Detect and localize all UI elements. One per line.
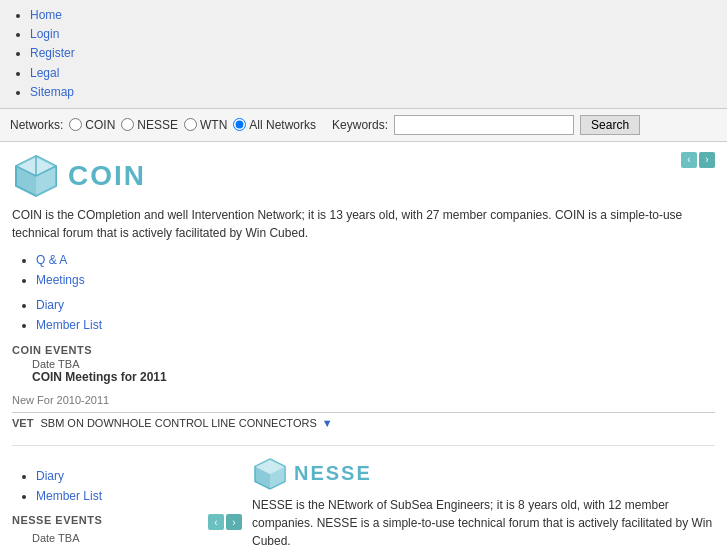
network-all-radio[interactable] xyxy=(233,118,246,131)
nesse-next-arrow[interactable]: › xyxy=(226,514,242,530)
main-content: COIN COIN is the COmpletion and well Int… xyxy=(0,142,727,545)
search-button[interactable]: Search xyxy=(580,115,640,135)
nesse-events-title: NESSE EVENTS xyxy=(12,514,102,526)
coin-event-name: COIN Meetings for 2011 xyxy=(12,370,715,384)
nesse-right-col: NESSE NESSE is the NEtwork of SubSea Eng… xyxy=(252,456,715,546)
coin-meetings-link[interactable]: Meetings xyxy=(36,273,85,287)
nesse-description: NESSE is the NEtwork of SubSea Engineers… xyxy=(252,496,715,546)
coin-qa-link[interactable]: Q & A xyxy=(36,253,67,267)
coin-events: COIN EVENTS ‹ › Date TBA COIN Meetings f… xyxy=(12,344,715,429)
coin-next-arrow[interactable]: › xyxy=(699,152,715,168)
nesse-prev-arrow[interactable]: ‹ xyxy=(208,514,224,530)
coin-cube-icon xyxy=(12,152,60,200)
coin-section: COIN COIN is the COmpletion and well Int… xyxy=(12,152,715,429)
network-wtn-option[interactable]: WTN xyxy=(184,118,227,132)
nesse-logo-area: NESSE xyxy=(252,456,715,492)
nesse-cube-icon xyxy=(252,456,288,492)
network-nesse-radio[interactable] xyxy=(121,118,134,131)
coin-description: COIN is the COmpletion and well Interven… xyxy=(12,206,715,242)
nav-login[interactable]: Login xyxy=(30,27,59,41)
network-coin-option[interactable]: COIN xyxy=(69,118,115,132)
nesse-event-date: Date TBA xyxy=(12,532,242,544)
nesse-links: Diary Member List xyxy=(12,466,242,507)
keywords-label: Keywords: xyxy=(332,118,388,132)
nesse-nav-arrows: ‹ › xyxy=(208,514,242,530)
networks-label: Networks: xyxy=(10,118,63,132)
nesse-two-col: Diary Member List NESSE EVENTS ‹ › Date … xyxy=(12,456,715,546)
nesse-memberlist-link[interactable]: Member List xyxy=(36,489,102,503)
network-coin-radio[interactable] xyxy=(69,118,82,131)
coin-events-title: COIN EVENTS xyxy=(12,344,92,356)
nesse-section: Diary Member List NESSE EVENTS ‹ › Date … xyxy=(12,456,715,546)
coin-new-tag: New For 2010-2011 xyxy=(12,394,715,406)
network-wtn-radio[interactable] xyxy=(184,118,197,131)
networks-bar: Networks: COIN NESSE WTN All Networks Ke… xyxy=(0,109,727,142)
network-all-option[interactable]: All Networks xyxy=(233,118,316,132)
coin-vet-label: VET xyxy=(12,417,33,429)
coin-prev-arrow[interactable]: ‹ xyxy=(681,152,697,168)
coin-event-date: Date TBA xyxy=(12,358,715,370)
coin-nav-arrows: ‹ › xyxy=(681,152,715,168)
top-navigation: Home Login Register Legal Sitemap xyxy=(0,0,727,109)
nesse-events: NESSE EVENTS ‹ › Date TBA ery NESSE will… xyxy=(12,514,242,545)
nav-sitemap[interactable]: Sitemap xyxy=(30,85,74,99)
nav-register[interactable]: Register xyxy=(30,46,75,60)
coin-diary-link[interactable]: Diary xyxy=(36,298,64,312)
coin-links: Q & A Meetings Diary Member List xyxy=(12,250,715,336)
coin-logo-text: COIN xyxy=(68,160,146,192)
coin-vet-text: SBM ON DOWNHOLE CONTROL LINE CONNECTORS … xyxy=(40,417,332,429)
coin-logo-area: COIN xyxy=(12,152,715,200)
nav-home[interactable]: Home xyxy=(30,8,62,22)
nesse-logo-text: NESSE xyxy=(294,462,372,485)
coin-vet-area: VET SBM ON DOWNHOLE CONTROL LINE CONNECT… xyxy=(12,412,715,429)
nesse-diary-link[interactable]: Diary xyxy=(36,469,64,483)
network-nesse-option[interactable]: NESSE xyxy=(121,118,178,132)
keywords-input[interactable] xyxy=(394,115,574,135)
coin-memberlist-link[interactable]: Member List xyxy=(36,318,102,332)
nav-legal[interactable]: Legal xyxy=(30,66,59,80)
nesse-left-col: Diary Member List NESSE EVENTS ‹ › Date … xyxy=(12,456,242,546)
